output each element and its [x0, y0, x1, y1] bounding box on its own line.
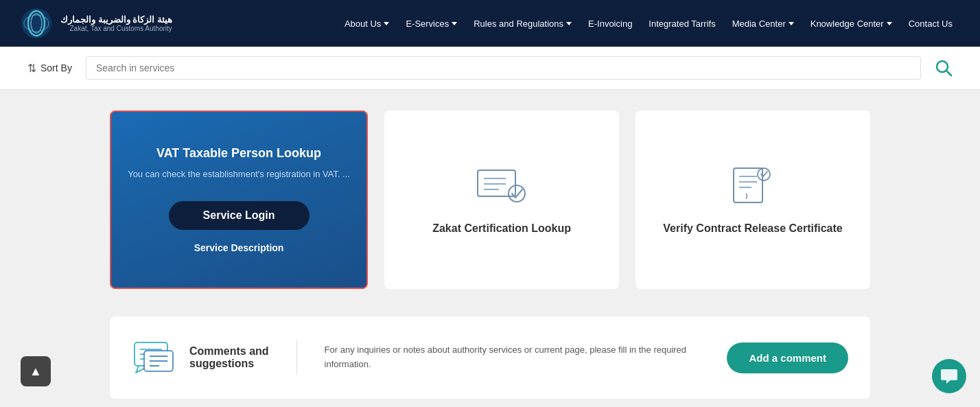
comments-icon — [132, 336, 176, 380]
org-title-english: Zakat, Tax and Customs Authority — [70, 25, 172, 32]
comments-section: Comments and suggestions For any inquiri… — [110, 316, 870, 399]
nav-link-e-invoicing[interactable]: E-Invoicing — [581, 13, 639, 34]
chat-bubble-button[interactable] — [932, 359, 966, 393]
scroll-up-button[interactable]: ▲ — [21, 356, 51, 386]
brand: هيئة الزكاة والضريبة والجمارك Zakat, Tax… — [21, 8, 172, 39]
service-card-contract[interactable]: Verify Contract Release Certificate — [635, 111, 870, 289]
main-content: VAT Taxable Person Lookup You can check … — [0, 90, 980, 407]
chevron-down-icon — [384, 22, 389, 25]
card-title-zakat: Zakat Certification Lookup — [432, 222, 571, 235]
svg-point-0 — [21, 8, 51, 38]
comments-title-block: Comments and suggestions — [189, 345, 269, 370]
org-title-arabic: هيئة الزكاة والضريبة والجمارك — [60, 14, 172, 25]
sort-by-label: Sort By — [40, 62, 72, 73]
contract-icon-wrap — [725, 165, 780, 209]
zakat-cert-icon — [474, 165, 529, 206]
service-login-button[interactable]: Service Login — [169, 201, 310, 230]
nav-link-rules-and-regulations[interactable]: Rules and Regulations — [467, 13, 579, 34]
nav-link-integrated-tarrifs[interactable]: Integrated Tarrifs — [642, 13, 722, 34]
cards-row: VAT Taxable Person Lookup You can check … — [110, 111, 870, 289]
chat-icon — [940, 367, 959, 386]
zakat-icon-wrap — [474, 165, 529, 209]
nav-link-contact-us[interactable]: Contact Us — [902, 13, 959, 34]
search-button[interactable] — [935, 59, 953, 77]
search-bar: ⇅ Sort By — [0, 47, 980, 90]
nav-links: About UsE-ServicesRules and RegulationsE… — [193, 13, 959, 34]
chevron-down-icon — [887, 22, 892, 25]
svg-line-5 — [946, 71, 951, 75]
chevron-down-icon — [452, 22, 457, 25]
card-title-vat: VAT Taxable Person Lookup — [156, 146, 321, 161]
nav-link-knowledge-center[interactable]: Knowledge Center — [804, 13, 899, 34]
svg-point-15 — [758, 168, 770, 181]
card-desc-vat: You can check the establishment's regist… — [128, 167, 350, 181]
search-icon — [935, 59, 953, 77]
comments-divider — [296, 340, 297, 375]
service-description-link[interactable]: Service Description — [194, 242, 284, 253]
search-field-wrap — [86, 56, 921, 80]
card-title-contract: Verify Contract Release Certificate — [663, 222, 842, 235]
nav-link-about-us[interactable]: About Us — [338, 13, 396, 34]
svg-point-10 — [509, 185, 525, 202]
chevron-down-icon — [566, 22, 572, 25]
nav-link-media-center[interactable]: Media Center — [725, 13, 801, 34]
service-card-vat[interactable]: VAT Taxable Person Lookup You can check … — [110, 111, 368, 289]
search-input[interactable] — [96, 62, 911, 73]
org-title: هيئة الزكاة والضريبة والجمارك Zakat, Tax… — [60, 14, 172, 32]
svg-rect-6 — [478, 170, 515, 196]
comments-title: Comments and suggestions — [189, 345, 269, 370]
chevron-down-icon — [789, 22, 794, 25]
logo-icon — [21, 8, 52, 39]
service-card-zakat[interactable]: Zakat Certification Lookup — [384, 111, 619, 289]
comments-description: For any inquiries or notes about authori… — [325, 343, 714, 372]
sort-by-button[interactable]: ⇅ Sort By — [27, 62, 72, 75]
sort-icon: ⇅ — [27, 62, 36, 75]
navbar: هيئة الزكاة والضريبة والجمارك Zakat, Tax… — [0, 0, 980, 47]
contract-cert-icon — [725, 165, 780, 206]
add-comment-button[interactable]: Add a comment — [727, 342, 848, 373]
nav-link-e-services[interactable]: E-Services — [399, 13, 464, 34]
